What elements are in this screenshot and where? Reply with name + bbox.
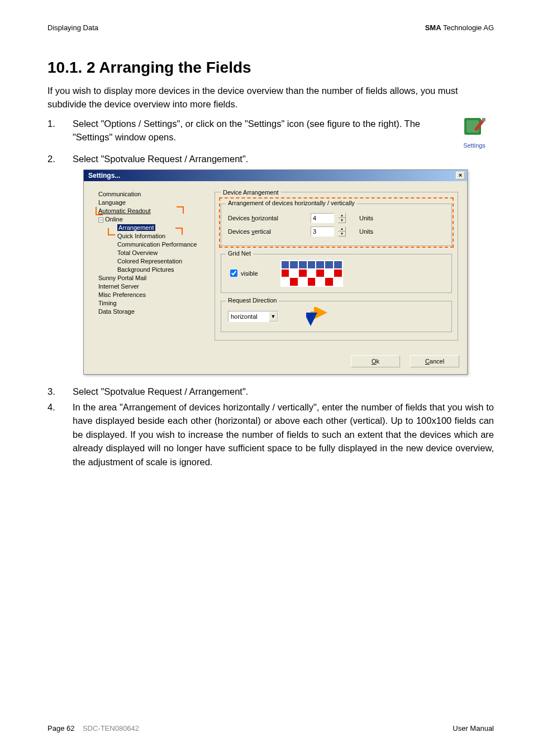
request-direction-legend: Request Direction <box>226 297 279 304</box>
visible-checkbox[interactable] <box>230 270 237 277</box>
tree-internet-server[interactable]: Internet Server <box>93 282 204 291</box>
close-button[interactable]: × <box>456 172 465 179</box>
tree-misc-preferences[interactable]: Misc Preferences <box>93 291 204 299</box>
units-label-h: Units <box>359 215 373 221</box>
tree-timing[interactable]: Timing <box>93 299 204 308</box>
tree-online[interactable]: −Online <box>93 215 204 224</box>
visible-checkbox-row[interactable]: visible <box>230 270 258 277</box>
arrangement-group: Arrangement of devices horizontally / ve… <box>221 204 452 246</box>
tree-data-storage[interactable]: Data Storage <box>93 308 204 316</box>
settings-icon <box>462 115 487 139</box>
step-4-text: In the area "Arrangement of devices hori… <box>73 400 494 469</box>
devices-horizontal-spinner[interactable]: ▲▼ <box>338 213 346 223</box>
header-right: SMA Technologie AG <box>425 23 494 32</box>
devices-vertical-label: Devices vertical <box>228 228 306 235</box>
settings-icon-label: Settings <box>463 142 486 149</box>
units-label-v: Units <box>359 228 373 235</box>
tree-language[interactable]: Language <box>93 199 204 207</box>
tree-collapse-icon[interactable]: − <box>98 218 103 223</box>
tree-automatic-readout[interactable]: Automatic Readout <box>93 207 204 215</box>
devices-horizontal-input[interactable] <box>311 213 334 223</box>
request-direction-value: horizontal <box>231 313 258 320</box>
step-3-text: Select "Spotvalue Request / Arrangement"… <box>73 385 494 398</box>
step-2-text: Select "Spotvalue Request / Arrangement"… <box>73 152 494 166</box>
settings-tree[interactable]: Communication Language Automatic Readout… <box>93 189 204 346</box>
devices-horizontal-label: Devices horizontal <box>228 215 306 221</box>
footer-manual: User Manual <box>453 724 494 733</box>
tree-communication-performance[interactable]: Communication Performance <box>93 240 204 249</box>
step-1-text: Select "Options / Settings", or click on… <box>73 117 449 144</box>
step-3-number: 3. <box>47 385 73 398</box>
tree-sunny-portal-mail[interactable]: Sunny Portal Mail <box>93 274 204 282</box>
device-arrangement-group: Device Arrangement Arrangement of device… <box>215 189 458 341</box>
tree-total-overview[interactable]: Total Overview <box>93 249 204 257</box>
tree-quick-information[interactable]: Quick Information <box>93 232 204 240</box>
tree-arrangement[interactable]: Arrangement <box>93 224 204 232</box>
page-header: Displaying Data SMA Technologie AG <box>47 23 494 32</box>
svg-rect-2 <box>482 118 486 121</box>
tree-communication[interactable]: Communication <box>93 190 204 199</box>
section-title: 10.1. 2 Arranging the Fields <box>47 59 494 77</box>
tree-colored-representation[interactable]: Colored Representation <box>93 257 204 266</box>
settings-dialog: Settings... × Communication Language Aut… <box>83 169 468 375</box>
grid-preview <box>280 260 343 287</box>
intro-paragraph: If you wish to display more devices in t… <box>47 84 494 111</box>
page-footer: Page 62 SDC-TEN080642 User Manual <box>47 724 494 733</box>
devices-vertical-spinner[interactable]: ▲▼ <box>338 226 346 237</box>
footer-page: Page 62 <box>47 724 74 733</box>
grid-net-group: Grid Net visible <box>221 254 452 293</box>
request-direction-group: Request Direction horizontal ▼ <box>221 301 452 332</box>
step-2-number: 2. <box>47 152 73 166</box>
dialog-title: Settings... <box>88 172 120 179</box>
cancel-button[interactable]: Cancel <box>410 355 459 367</box>
dialog-titlebar[interactable]: Settings... × <box>84 170 467 181</box>
dropdown-arrow-icon[interactable]: ▼ <box>269 311 278 322</box>
step-4-number: 4. <box>47 400 73 469</box>
device-arrangement-legend: Device Arrangement <box>221 189 281 196</box>
devices-vertical-input[interactable] <box>311 226 334 237</box>
grid-net-legend: Grid Net <box>226 250 253 257</box>
arrangement-legend: Arrangement of devices horizontally / ve… <box>226 200 357 206</box>
ok-button[interactable]: Ok <box>351 355 400 367</box>
tree-background-pictures[interactable]: Background Pictures <box>93 266 204 274</box>
direction-arrows-icon <box>306 307 329 326</box>
request-direction-select[interactable]: horizontal ▼ <box>228 311 278 322</box>
settings-icon-figure: Settings <box>455 115 494 150</box>
step-1-number: 1. <box>47 117 73 150</box>
footer-doc-id: SDC-TEN080642 <box>83 724 139 733</box>
visible-label: visible <box>241 270 258 277</box>
header-left: Displaying Data <box>47 23 98 32</box>
